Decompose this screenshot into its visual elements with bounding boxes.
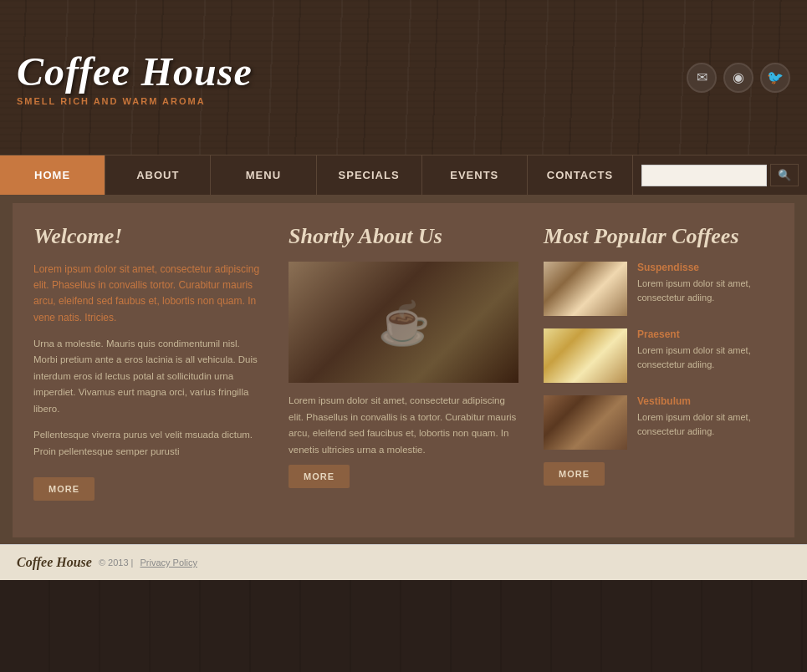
popular-more-button[interactable]: MORE [544, 462, 605, 486]
nav-contacts[interactable]: CONTACTS [528, 155, 633, 195]
footer: Coffee House © 2013 | Privacy Policy [0, 544, 807, 580]
about-section: Shortly About Us Lorem ipsum dolor sit a… [289, 224, 518, 501]
rss-icon[interactable]: ◉ [723, 63, 753, 93]
header: Coffee House SMELL RICH AND WARM AROMA ✉… [0, 0, 807, 155]
social-icons: ✉ ◉ 🐦 [687, 63, 790, 93]
coffee-item-2: Praesent Lorem ipsum dolor sit amet, con… [544, 328, 774, 383]
content-grid: Welcome! Lorem ipsum dolor sit amet, con… [33, 224, 774, 501]
coffee-desc-2: Lorem ipsum dolor sit amet, consectetur … [637, 344, 774, 371]
coffee-desc-1: Lorem ipsum dolor sit amet, consectetur … [637, 277, 774, 304]
coffee-info-1: Suspendisse Lorem ipsum dolor sit amet, … [637, 262, 774, 304]
about-image [289, 262, 518, 383]
logo-subtitle: SMELL RICH AND WARM AROMA [17, 96, 687, 106]
coffee-desc-3: Lorem ipsum dolor sit amet, consectetur … [637, 410, 774, 438]
welcome-more-button[interactable]: MORE [33, 477, 94, 501]
coffee-name-1: Suspendisse [637, 262, 774, 273]
welcome-section: Welcome! Lorem ipsum dolor sit amet, con… [33, 224, 263, 501]
nav-home[interactable]: HOME [0, 155, 105, 195]
nav-items: HOME ABOUT MENU SPECIALS EVENTS CONTACTS [0, 155, 633, 195]
nav-search-area: 🔍 [633, 155, 807, 195]
about-text: Lorem ipsum dolor sit amet, consectetur … [289, 393, 518, 458]
coffee-thumb-1 [544, 262, 627, 316]
coffee-item-1: Suspendisse Lorem ipsum dolor sit amet, … [544, 262, 774, 316]
main-wrapper: Welcome! Lorem ipsum dolor sit amet, con… [0, 196, 807, 544]
coffee-name-2: Praesent [637, 328, 774, 340]
nav-menu[interactable]: MENU [211, 155, 316, 195]
navbar: HOME ABOUT MENU SPECIALS EVENTS CONTACTS… [0, 155, 807, 196]
footer-copyright: © 2013 | [99, 557, 134, 568]
twitter-icon[interactable]: 🐦 [760, 63, 790, 93]
logo-area: Coffee House SMELL RICH AND WARM AROMA [17, 48, 687, 106]
search-input[interactable] [641, 165, 767, 186]
nav-events[interactable]: EVENTS [422, 155, 528, 195]
logo-title: Coffee House [17, 48, 687, 94]
footer-privacy-link[interactable]: Privacy Policy [140, 557, 197, 568]
coffee-thumb-2 [544, 328, 627, 383]
footer-logo: Coffee House [17, 555, 92, 570]
nav-specials[interactable]: SPECIALS [317, 155, 422, 195]
about-more-button[interactable]: MORE [289, 465, 350, 488]
bottom-area [0, 580, 807, 672]
main-content: Welcome! Lorem ipsum dolor sit amet, con… [13, 203, 794, 537]
coffee-info-3: Vestibulum Lorem ipsum dolor sit amet, c… [637, 395, 774, 438]
coffee-thumb-3 [544, 395, 627, 450]
search-button[interactable]: 🔍 [770, 164, 799, 186]
coffee-list: Suspendisse Lorem ipsum dolor sit amet, … [544, 262, 774, 450]
about-title: Shortly About Us [289, 224, 518, 249]
welcome-title: Welcome! [33, 224, 263, 249]
welcome-extra-text: Pellentesque viverra purus vel velit msu… [33, 427, 263, 460]
nav-about[interactable]: ABOUT [105, 155, 211, 195]
welcome-body-text: Urna a molestie. Mauris quis condimentum… [33, 336, 263, 418]
coffee-item-3: Vestibulum Lorem ipsum dolor sit amet, c… [544, 395, 774, 450]
popular-title: Most Popular Coffees [544, 224, 774, 249]
coffee-info-2: Praesent Lorem ipsum dolor sit amet, con… [637, 328, 774, 371]
email-icon[interactable]: ✉ [687, 63, 717, 93]
popular-section: Most Popular Coffees Suspendisse Lorem i… [544, 224, 774, 501]
coffee-name-3: Vestibulum [637, 395, 774, 407]
welcome-orange-text: Lorem ipsum dolor sit amet, consectetur … [33, 262, 263, 326]
